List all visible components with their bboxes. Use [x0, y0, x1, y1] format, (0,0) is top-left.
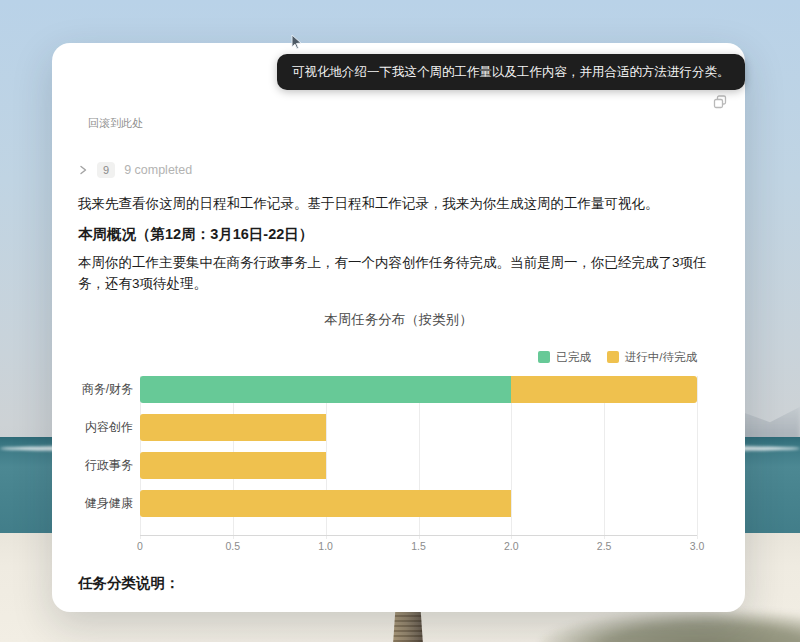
- chart-plot: 商务/财务内容创作行政事务健身健康: [78, 376, 719, 536]
- chart-bar-segment: [140, 414, 326, 441]
- chart-x-tick-label: 2.5: [597, 540, 612, 552]
- user-message-bubble: 可视化地介绍一下我这个周的工作量以及工作内容，并用合适的方法进行分类。: [277, 54, 745, 90]
- copy-icon: [713, 95, 727, 109]
- chart-bar-row: [140, 490, 697, 517]
- chart-bar-row: [140, 414, 697, 441]
- chart-title: 本周任务分布（按类别）: [78, 311, 719, 329]
- chart-bar: [140, 452, 697, 479]
- chart-x-tick-label: 0.5: [226, 540, 241, 552]
- chart-legend: 已完成进行中/待完成: [78, 350, 697, 364]
- chart-x-tick-label: 1.0: [318, 540, 333, 552]
- steps-count-badge: 9: [97, 162, 115, 178]
- copy-button[interactable]: [711, 93, 729, 111]
- week-overview-heading: 本周概况（第12周：3月16日-22日）: [78, 224, 719, 244]
- card-content: 9 9 completed 我来先查看你这周的日程和工作记录。基于日程和工作记录…: [52, 43, 745, 593]
- chart-x-tick-label: 3.0: [690, 540, 705, 552]
- legend-label: 进行中/待完成: [625, 350, 697, 365]
- legend-swatch: [607, 351, 619, 363]
- chart-bar-segment: [140, 376, 511, 403]
- chart-x-tick-label: 2.0: [504, 540, 519, 552]
- assistant-paragraph-intro: 我来先查看你这周的日程和工作记录。基于日程和工作记录，我来为你生成这周的工作量可…: [78, 193, 719, 214]
- chart-bar: [140, 376, 697, 403]
- steps-completed-label: 9 completed: [124, 163, 192, 177]
- legend-label: 已完成: [556, 350, 591, 365]
- legend-swatch: [538, 351, 550, 363]
- legend-item: 已完成: [538, 350, 591, 365]
- chart-category-label: 行政事务: [78, 452, 140, 479]
- chart-x-tick-label: 1.5: [411, 540, 426, 552]
- chart-bar-segment: [511, 376, 697, 403]
- chart-category-label: 内容创作: [78, 414, 140, 441]
- chart-x-tick-labels: 00.51.01.52.02.53.0: [140, 536, 697, 552]
- chart-category-label: 健身健康: [78, 490, 140, 517]
- legend-item: 进行中/待完成: [607, 350, 697, 365]
- assistant-paragraph-summary: 本周你的工作主要集中在商务行政事务上，有一个内容创作任务待完成。当前是周一，你已…: [78, 252, 719, 294]
- mouse-cursor: [289, 34, 305, 50]
- assistant-response-card: 回滚到此处 9 9 completed 我来先查看你这周的日程和工作记录。基于日…: [52, 43, 745, 612]
- chart-category-labels: 商务/财务内容创作行政事务健身健康: [78, 376, 140, 536]
- chart-bar-segment: [140, 490, 511, 517]
- chart-bar-row: [140, 452, 697, 479]
- steps-collapsed-toggle[interactable]: 9 9 completed: [78, 161, 719, 179]
- rollback-to-here-button[interactable]: 回滚到此处: [88, 116, 143, 131]
- chart-bar-segment: [140, 452, 326, 479]
- chart-gridline: [697, 376, 698, 539]
- background-vegetation: [540, 610, 800, 642]
- task-classification-heading: 任务分类说明：: [78, 574, 719, 593]
- user-message-text: 可视化地介绍一下我这个周的工作量以及工作内容，并用合适的方法进行分类。: [292, 65, 730, 79]
- chart-category-label: 商务/财务: [78, 376, 140, 403]
- chart-plot-area: [140, 376, 697, 536]
- chart-bar: [140, 490, 697, 517]
- chart-bar-row: [140, 376, 697, 403]
- chart-bar: [140, 414, 697, 441]
- chevron-right-icon: [78, 165, 88, 175]
- chart-x-tick-label: 0: [137, 540, 143, 552]
